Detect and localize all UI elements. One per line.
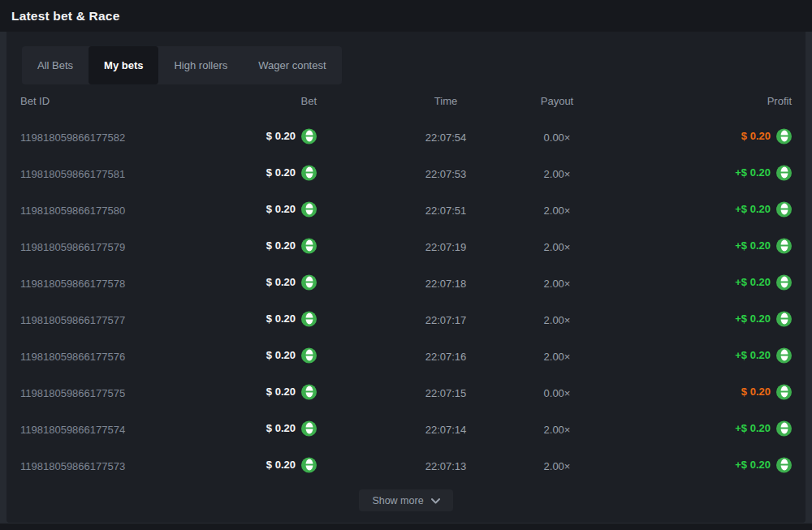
coin-icon [776, 165, 792, 180]
bet-profit: +$ 0.20 [735, 166, 792, 181]
table-row: 119818059866177579 $ 0.20 22:07:19 2.00×… [20, 228, 792, 265]
coin-icon [301, 457, 317, 472]
bet-id[interactable]: 119818059866177581 [20, 167, 125, 179]
bet-payout: 2.00× [544, 313, 571, 325]
table-row: 119818059866177582 $ 0.20 22:07:54 0.00×… [20, 118, 792, 155]
bet-amount: $ 0.20 [266, 385, 317, 400]
bet-payout: 2.00× [544, 350, 571, 362]
bet-profit: +$ 0.20 [735, 421, 792, 437]
bet-amount: $ 0.20 [266, 129, 317, 144]
bet-time: 22:07:54 [425, 131, 467, 143]
bet-id[interactable]: 119818059866177577 [20, 313, 125, 325]
table-row: 119818059866177573 $ 0.20 22:07:13 2.00×… [20, 447, 792, 484]
bet-time: 22:07:17 [425, 313, 467, 325]
page-title: Latest bet & Race [11, 9, 119, 24]
bet-amount: $ 0.20 [266, 312, 317, 327]
tab-all-bets[interactable]: All Bets [22, 46, 89, 84]
chevron-down-icon [431, 495, 440, 506]
bet-id[interactable]: 119818059866177576 [20, 350, 125, 362]
bet-profit: +$ 0.20 [735, 348, 792, 364]
bet-id[interactable]: 119818059866177574 [20, 423, 125, 435]
bet-time: 22:07:53 [425, 167, 467, 179]
coin-icon [301, 347, 317, 363]
bets-tab-bar: All Bets My bets High rollers Wager cont… [22, 46, 342, 84]
bet-time: 22:07:16 [425, 350, 467, 362]
bet-id[interactable]: 119818059866177575 [20, 386, 125, 399]
bet-amount: $ 0.20 [266, 239, 317, 254]
bet-payout: 2.00× [544, 240, 571, 252]
table-header: Bet ID Bet Time Payout Profit [20, 93, 792, 109]
column-header-payout: Payout [541, 95, 573, 107]
bet-time: 22:07:18 [425, 277, 467, 289]
column-header-bet-id: Bet ID [20, 95, 50, 107]
coin-icon [776, 311, 792, 326]
bet-payout: 2.00× [544, 277, 571, 289]
bet-payout: 0.00× [544, 386, 571, 399]
bet-amount: $ 0.20 [266, 348, 317, 364]
table-row: 119818059866177576 $ 0.20 22:07:16 2.00×… [20, 338, 792, 374]
tab-my-bets[interactable]: My bets [89, 46, 158, 84]
coin-icon [301, 420, 317, 436]
bet-payout: 2.00× [544, 204, 571, 216]
bet-time: 22:07:19 [425, 240, 467, 252]
bet-profit: +$ 0.20 [735, 275, 792, 291]
bet-amount: $ 0.20 [266, 458, 317, 473]
bet-id[interactable]: 119818059866177582 [20, 131, 125, 143]
column-header-bet: Bet [300, 95, 317, 107]
bet-id[interactable]: 119818059866177578 [20, 277, 125, 289]
bet-profit: +$ 0.20 [735, 458, 792, 473]
coin-icon [301, 274, 317, 290]
bet-profit: +$ 0.20 [735, 202, 792, 218]
bet-profit: +$ 0.20 [735, 312, 792, 327]
coin-icon [776, 238, 792, 253]
bet-time: 22:07:51 [425, 204, 467, 216]
bet-payout: 0.00× [544, 131, 571, 143]
tab-high-rollers[interactable]: High rollers [158, 46, 243, 84]
page-header: Latest bet & Race [0, 0, 812, 32]
bet-payout: 2.00× [544, 167, 571, 179]
bet-amount: $ 0.20 [266, 202, 317, 218]
coin-icon [776, 128, 792, 144]
bet-payout: 2.00× [544, 459, 571, 472]
bet-amount: $ 0.20 [266, 421, 317, 437]
coin-icon [301, 311, 317, 326]
coin-icon [776, 457, 792, 472]
bet-profit: +$ 0.20 [735, 239, 792, 254]
bet-time: 22:07:13 [425, 459, 467, 472]
bet-time: 22:07:14 [425, 423, 467, 435]
column-header-profit: Profit [767, 95, 792, 107]
coin-icon [776, 420, 792, 436]
table-row: 119818059866177581 $ 0.20 22:07:53 2.00×… [20, 155, 792, 192]
show-more-button[interactable]: Show more [359, 489, 452, 511]
bets-table-body: 119818059866177582 $ 0.20 22:07:54 0.00×… [20, 118, 792, 484]
bet-id[interactable]: 119818059866177573 [20, 459, 125, 472]
coin-icon [301, 238, 317, 253]
coin-icon [301, 128, 317, 144]
coin-icon [776, 347, 792, 363]
latest-bets-panel: All Bets My bets High rollers Wager cont… [6, 32, 806, 523]
coin-icon [776, 274, 792, 290]
bet-id[interactable]: 119818059866177580 [20, 204, 125, 216]
coin-icon [301, 201, 317, 217]
table-row: 119818059866177575 $ 0.20 22:07:15 0.00×… [20, 374, 792, 411]
table-row: 119818059866177577 $ 0.20 22:07:17 2.00×… [20, 301, 792, 338]
tab-wager-contest[interactable]: Wager contest [243, 46, 341, 84]
coin-icon [301, 165, 317, 180]
column-header-time: Time [434, 95, 457, 107]
table-row: 119818059866177580 $ 0.20 22:07:51 2.00×… [20, 192, 792, 228]
bet-profit: $ 0.20 [741, 385, 792, 400]
bet-payout: 2.00× [544, 423, 571, 435]
bet-profit: $ 0.20 [741, 129, 792, 144]
bet-time: 22:07:15 [425, 386, 467, 399]
coin-icon [776, 384, 792, 399]
coin-icon [301, 384, 317, 399]
table-row: 119818059866177574 $ 0.20 22:07:14 2.00×… [20, 411, 792, 447]
table-row: 119818059866177578 $ 0.20 22:07:18 2.00×… [20, 265, 792, 301]
bottom-strip [0, 524, 812, 530]
bet-amount: $ 0.20 [266, 275, 317, 291]
coin-icon [776, 201, 792, 217]
bet-amount: $ 0.20 [266, 166, 317, 181]
bet-id[interactable]: 119818059866177579 [20, 240, 125, 252]
